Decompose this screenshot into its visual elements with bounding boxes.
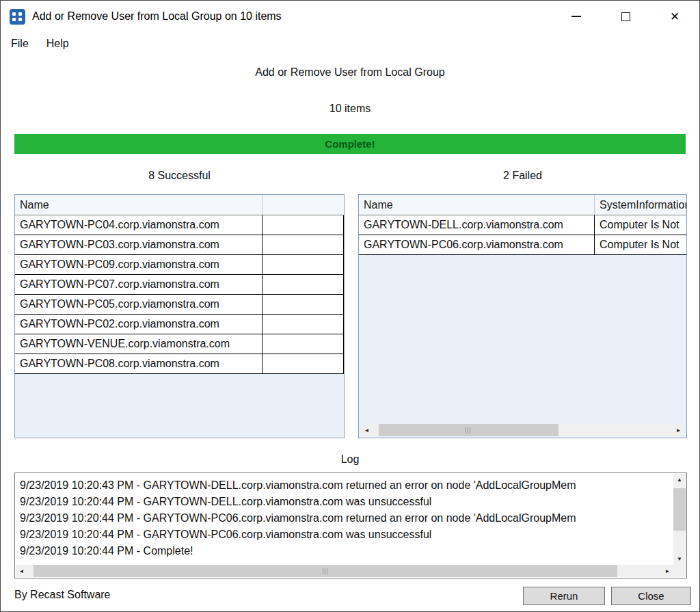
successful-grid-header: Name xyxy=(15,195,344,215)
scrollbar-track[interactable] xyxy=(373,424,673,436)
table-row[interactable]: GARYTOWN-PC04.corp.viamonstra.com xyxy=(15,215,344,235)
scrollbar-corner xyxy=(673,565,686,577)
log-vertical-scrollbar[interactable]: ▲ ▼ xyxy=(673,474,686,565)
column-header-systeminformation[interactable]: SystemInformation xyxy=(595,195,686,215)
empty-cell xyxy=(262,235,344,254)
window-controls: ✕ xyxy=(552,1,699,32)
scroll-left-icon[interactable]: ◄ xyxy=(361,424,373,436)
table-row[interactable]: GARYTOWN-VENUE.corp.viamonstra.com xyxy=(15,334,344,354)
table-row[interactable]: GARYTOWN-PC08.corp.viamonstra.com xyxy=(15,354,344,374)
error-info-cell: Computer Is Not xyxy=(595,215,686,235)
scroll-down-icon[interactable]: ▼ xyxy=(673,553,686,565)
minimize-button[interactable] xyxy=(552,1,601,32)
progress-bar: Complete! xyxy=(14,134,686,154)
computer-name-cell: GARYTOWN-PC04.corp.viamonstra.com xyxy=(15,215,262,235)
items-count: 10 items xyxy=(1,103,699,115)
scrollbar-track[interactable] xyxy=(673,485,686,553)
error-info-cell: Computer Is Not xyxy=(595,235,686,254)
empty-cell xyxy=(262,295,344,314)
progress-label: Complete! xyxy=(325,138,375,150)
app-window: Add or Remove User from Local Group on 1… xyxy=(0,0,700,612)
empty-cell xyxy=(262,275,344,294)
computer-name-cell: GARYTOWN-VENUE.corp.viamonstra.com xyxy=(15,334,262,354)
computer-name-cell: GARYTOWN-PC09.corp.viamonstra.com xyxy=(15,255,262,274)
maximize-button[interactable] xyxy=(601,1,650,32)
failed-grid: Name SystemInformation GARYTOWN-DELL.cor… xyxy=(358,194,687,438)
empty-cell xyxy=(262,354,344,373)
empty-cell xyxy=(262,215,344,235)
computer-name-cell: GARYTOWN-DELL.corp.viamonstra.com xyxy=(359,215,595,235)
failed-grid-header: Name SystemInformation xyxy=(359,195,686,215)
log-line: 9/23/2019 10:20:44 PM - GARYTOWN-PC06.co… xyxy=(20,510,672,527)
computer-name-cell: GARYTOWN-PC06.corp.viamonstra.com xyxy=(359,235,595,254)
titlebar: Add or Remove User from Local Group on 1… xyxy=(1,1,699,32)
log-line: 9/23/2019 10:20:44 PM - Complete! xyxy=(20,543,672,559)
table-row[interactable]: GARYTOWN-DELL.corp.viamonstra.com Comput… xyxy=(359,215,686,235)
window-title: Add or Remove User from Local Group on 1… xyxy=(32,10,282,23)
failed-grid-body: GARYTOWN-DELL.corp.viamonstra.com Comput… xyxy=(359,215,686,255)
failed-title: 2 Failed xyxy=(358,170,687,182)
empty-cell xyxy=(262,315,344,334)
scroll-up-icon[interactable]: ▲ xyxy=(673,474,686,485)
computer-name-cell: GARYTOWN-PC08.corp.viamonstra.com xyxy=(15,354,262,373)
computer-name-cell: GARYTOWN-PC07.corp.viamonstra.com xyxy=(15,275,262,294)
close-button[interactable]: ✕ xyxy=(650,1,699,32)
successful-grid: Name GARYTOWN-PC04.corp.viamonstra.com G… xyxy=(14,194,345,438)
scrollbar-thumb[interactable] xyxy=(33,565,617,577)
rerun-button[interactable]: Rerun xyxy=(523,587,605,605)
table-row[interactable]: GARYTOWN-PC07.corp.viamonstra.com xyxy=(15,275,344,295)
log-content: 9/23/2019 10:20:43 PM - GARYTOWN-DELL.co… xyxy=(15,473,673,565)
log-line: 9/23/2019 10:20:44 PM - GARYTOWN-DELL.co… xyxy=(20,494,672,510)
successful-title: 8 Successful xyxy=(14,170,345,182)
scroll-right-icon[interactable]: ► xyxy=(662,565,673,577)
column-header-name[interactable]: Name xyxy=(15,195,262,215)
close-action-button[interactable]: Close xyxy=(611,587,691,605)
table-row[interactable]: GARYTOWN-PC02.corp.viamonstra.com xyxy=(15,315,344,334)
credit-text: By Recast Software xyxy=(14,589,111,601)
log-horizontal-scrollbar[interactable]: ◄ ► xyxy=(16,565,673,577)
table-row[interactable]: GARYTOWN-PC03.corp.viamonstra.com xyxy=(15,235,344,255)
computer-name-cell: GARYTOWN-PC03.corp.viamonstra.com xyxy=(15,235,262,254)
log-title: Log xyxy=(1,453,699,466)
scrollbar-grip-icon xyxy=(466,427,472,434)
scrollbar-track[interactable] xyxy=(27,565,662,577)
scroll-right-icon[interactable]: ► xyxy=(673,424,684,436)
scroll-left-icon[interactable]: ◄ xyxy=(16,565,27,577)
scrollbar-grip-icon xyxy=(323,568,329,574)
log-line: 9/23/2019 10:20:44 PM - GARYTOWN-PC06.co… xyxy=(20,527,672,543)
computer-name-cell: GARYTOWN-PC02.corp.viamonstra.com xyxy=(15,315,262,334)
successful-grid-body: GARYTOWN-PC04.corp.viamonstra.com GARYTO… xyxy=(15,215,344,374)
failed-grid-horizontal-scrollbar[interactable]: ◄ ► xyxy=(361,424,684,436)
table-row[interactable]: GARYTOWN-PC06.corp.viamonstra.com Comput… xyxy=(359,235,686,255)
log-line: 9/23/2019 10:20:43 PM - GARYTOWN-DELL.co… xyxy=(20,477,672,494)
log-box[interactable]: 9/23/2019 10:20:43 PM - GARYTOWN-DELL.co… xyxy=(14,473,687,578)
menu-help[interactable]: Help xyxy=(38,38,78,50)
scrollbar-thumb[interactable] xyxy=(673,488,686,531)
page-title: Add or Remove User from Local Group xyxy=(1,66,699,79)
scrollbar-thumb[interactable] xyxy=(379,424,558,436)
menubar: File Help xyxy=(1,32,699,55)
empty-cell xyxy=(262,255,344,274)
column-header-extra[interactable] xyxy=(262,195,344,215)
maximize-icon xyxy=(621,12,630,21)
computer-name-cell: GARYTOWN-PC05.corp.viamonstra.com xyxy=(15,295,262,314)
menu-file[interactable]: File xyxy=(2,38,38,50)
table-row[interactable]: GARYTOWN-PC05.corp.viamonstra.com xyxy=(15,295,344,315)
table-row[interactable]: GARYTOWN-PC09.corp.viamonstra.com xyxy=(15,255,344,275)
empty-cell xyxy=(262,334,344,354)
minimize-icon xyxy=(571,16,581,17)
column-header-name[interactable]: Name xyxy=(359,195,595,215)
app-icon xyxy=(10,9,25,25)
close-icon: ✕ xyxy=(670,11,679,23)
